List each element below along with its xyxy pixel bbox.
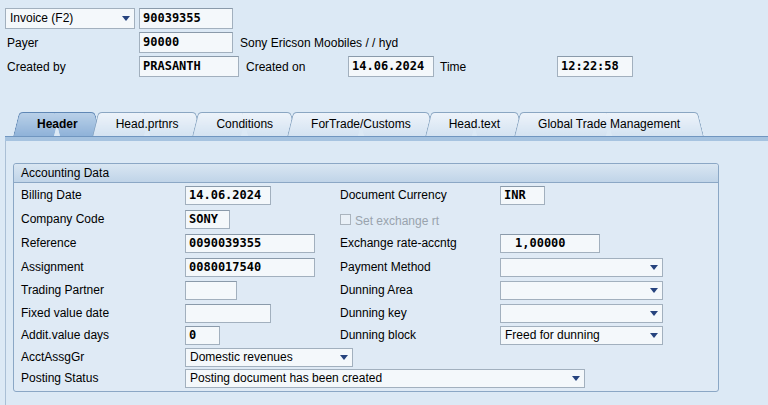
created-on-field[interactable]: 14.06.2024 (348, 56, 434, 77)
document-currency-field[interactable]: INR (500, 186, 545, 205)
accounting-data-title: Accounting Data (14, 164, 718, 183)
dunning-block-select[interactable]: Freed for dunning (500, 326, 663, 345)
time-field[interactable]: 12:22:58 (557, 56, 633, 77)
tab-global-trade-management[interactable]: Global Trade Management (521, 112, 697, 137)
assignment-label: Assignment (21, 258, 84, 277)
invoice-type-value: Invoice (F2) (10, 10, 118, 27)
dropdown-arrow-icon (650, 288, 658, 293)
dunning-area-select[interactable] (500, 281, 663, 300)
accounting-data-groupbox: Accounting Data Billing Date 14.06.2024 … (13, 163, 719, 392)
dropdown-arrow-icon (650, 311, 658, 316)
dropdown-arrow-icon (572, 376, 580, 381)
tab-strip: Header Head.prtnrs Conditions ForTrade/C… (20, 112, 701, 137)
tab-strip-baseline (5, 136, 768, 141)
invoice-type-combo[interactable]: Invoice (F2) (5, 8, 135, 29)
dropdown-arrow-icon (122, 16, 130, 21)
fixed-value-date-field[interactable] (185, 304, 271, 323)
trading-partner-field[interactable] (185, 281, 237, 300)
time-label: Time (440, 58, 466, 77)
set-exchange-rt-checkbox[interactable] (340, 214, 351, 225)
exchange-rate-accntg-label: Exchange rate-accntg (340, 234, 457, 253)
company-code-field[interactable]: SONY (185, 210, 230, 229)
created-on-label: Created on (246, 58, 305, 77)
acct-assg-gr-select[interactable]: Domestic revenues (185, 348, 353, 367)
exchange-rate-accntg-field[interactable]: 1,00000 (500, 234, 600, 253)
posting-status-label: Posting Status (21, 369, 98, 388)
dropdown-arrow-icon (340, 355, 348, 360)
payer-label: Payer (7, 34, 38, 53)
addit-value-days-label: Addit.value days (21, 326, 109, 345)
trading-partner-label: Trading Partner (21, 281, 104, 300)
acct-assg-gr-label: AcctAssgGr (21, 348, 84, 367)
panel-left-edge (5, 139, 6, 405)
assignment-field[interactable]: 0080017540 (185, 258, 315, 277)
payment-method-select[interactable] (500, 258, 663, 277)
addit-value-days-field[interactable]: 0 (185, 326, 220, 345)
tab-conditions[interactable]: Conditions (199, 112, 290, 137)
dunning-area-label: Dunning Area (340, 281, 413, 300)
payer-field[interactable]: 90000 (139, 32, 233, 53)
billing-date-field[interactable]: 14.06.2024 (185, 186, 271, 205)
invoice-number-field[interactable]: 90039355 (139, 8, 233, 29)
billing-date-label: Billing Date (21, 186, 82, 205)
posting-status-select[interactable]: Posting document has been created (185, 369, 585, 388)
tab-header[interactable]: Header (20, 112, 95, 137)
reference-field[interactable]: 0090039355 (185, 234, 315, 253)
document-currency-label: Document Currency (340, 186, 447, 205)
tab-head-text[interactable]: Head.text (432, 112, 517, 137)
dropdown-arrow-icon (650, 333, 658, 338)
tab-head-prtnrs[interactable]: Head.prtnrs (99, 112, 196, 137)
dunning-key-select[interactable] (500, 304, 663, 323)
payer-name-text: Sony Ericson Moobiles / / hyd (240, 34, 398, 53)
dunning-key-label: Dunning key (340, 304, 407, 323)
reference-label: Reference (21, 234, 76, 253)
created-by-field[interactable]: PRASANTH (139, 56, 239, 77)
dunning-block-label: Dunning block (340, 326, 416, 345)
dropdown-arrow-icon (650, 265, 658, 270)
created-by-label: Created by (7, 58, 66, 77)
company-code-label: Company Code (21, 210, 104, 229)
set-exchange-rt-label: Set exchange rt (355, 212, 439, 231)
fixed-value-date-label: Fixed value date (21, 304, 109, 323)
payment-method-label: Payment Method (340, 258, 431, 277)
tab-fortrade-customs[interactable]: ForTrade/Customs (294, 112, 428, 137)
